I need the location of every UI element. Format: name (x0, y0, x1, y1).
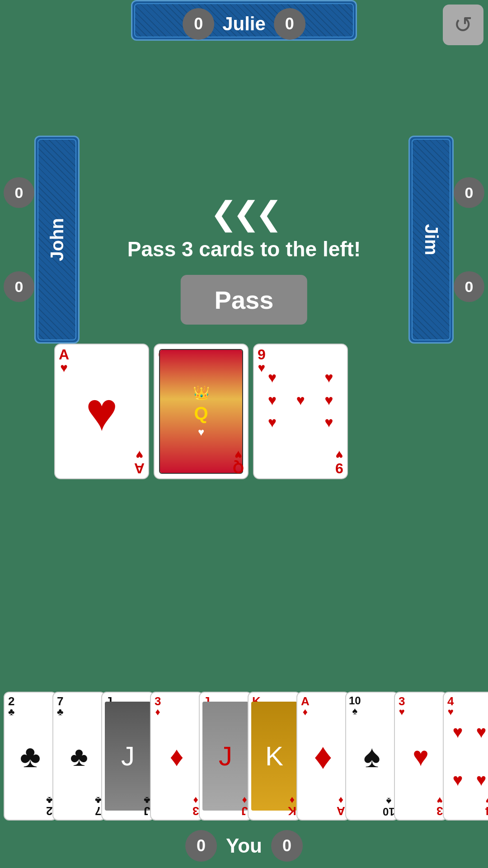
pass-instruction-text: Pass 3 cards to the left! (127, 237, 361, 261)
hand-card-3h[interactable]: 3 ♥ ♥ 3 ♥ (394, 692, 447, 821)
hand-card-kd[interactable]: K ♦ K K ♦ (248, 692, 301, 821)
undo-button[interactable]: ↺ (443, 5, 483, 45)
hand-card-jc[interactable]: J ♣ J J ♣ (101, 692, 155, 821)
julie-score-right: 0 (274, 8, 305, 40)
john-score-top: 0 (4, 177, 34, 208)
john-deck: John (34, 136, 80, 344)
pass-button[interactable]: Pass (181, 275, 307, 325)
jim-deck: Jim (408, 136, 454, 344)
center-message: ❮❮❮ Pass 3 cards to the left! Pass (127, 194, 361, 325)
ace-suit: ♥ (60, 362, 68, 374)
ace-rank-br: A (134, 461, 145, 476)
queen-face: 👑 Q ♥ (159, 349, 243, 474)
jim-score-top: 0 (454, 177, 484, 208)
nine-rank: 9 (258, 347, 266, 362)
you-score-left: 0 (185, 830, 217, 862)
hand-card-ad[interactable]: A ♦ ♦ A ♦ (296, 692, 350, 821)
2c-suit: ♣ (8, 707, 14, 717)
jim-scores: 0 0 (454, 177, 484, 302)
julie-score-row: 0 Julie 0 (183, 8, 305, 40)
john-area: 0 0 John (0, 136, 80, 344)
top-area: 0 Julie 0 (0, 0, 488, 41)
hand-card-4h[interactable]: 4 ♥ ♥ ♥ ♥ ♥ 4 ♥ (443, 692, 488, 821)
hand-card-2c[interactable]: 2 ♣ ♣ 2 ♣ (4, 692, 57, 821)
selected-card-ace-hearts[interactable]: A ♥ ♥ A ♥ (54, 344, 149, 479)
hand-card-3d[interactable]: 3 ♦ ♦ 3 ♦ (150, 692, 203, 821)
2c-rank: 2 (8, 695, 14, 707)
undo-icon: ↺ (454, 12, 473, 38)
nine-suit-br: ♥ (336, 448, 343, 461)
ace-rank: A (59, 347, 69, 362)
hand-card-jd[interactable]: J ♦ J J ♦ (199, 692, 252, 821)
jim-name: Jim (421, 224, 441, 255)
jim-area: 0 0 Jim (408, 136, 488, 344)
bottom-score-row: 0 You 0 (185, 830, 303, 862)
ace-center-symbol: ♥ (85, 384, 117, 439)
selected-card-nine-hearts[interactable]: 9 ♥ ♥ ♥ ♥ ♥ ♥ ♥ ♥ 9 ♥ (253, 344, 348, 479)
ace-suit-br: ♥ (136, 448, 143, 461)
pass-arrows-icon: ❮❮❮ (127, 194, 361, 232)
player-hand: 2 ♣ ♣ 2 ♣ 7 ♣ ♣ 7 ♣ J ♣ J J ♣ (0, 692, 488, 827)
queen-suit-br: ♥ (235, 448, 242, 461)
hand-card-7c[interactable]: 7 ♣ ♣ 7 ♣ (52, 692, 106, 821)
nine-rank-br: 9 (335, 461, 343, 476)
queen-rank-br: Q (233, 461, 244, 476)
jim-score-bottom: 0 (454, 271, 484, 302)
you-score-right: 0 (271, 830, 303, 862)
2c-center: ♣ (20, 738, 41, 774)
julie-score-left: 0 (183, 8, 214, 40)
selected-cards-area: A ♥ ♥ A ♥ Q ♥ 👑 Q ♥ Q ♥ (54, 344, 348, 479)
selected-card-queen-hearts[interactable]: Q ♥ 👑 Q ♥ Q ♥ (154, 344, 249, 479)
john-score-bottom: 0 (4, 271, 34, 302)
you-name: You (226, 835, 262, 857)
john-name: John (47, 218, 67, 261)
julie-name: Julie (222, 13, 266, 35)
hand-card-10s[interactable]: 10 ♠ ♠ 10 ♠ (345, 692, 399, 821)
john-scores: 0 0 (4, 177, 34, 302)
